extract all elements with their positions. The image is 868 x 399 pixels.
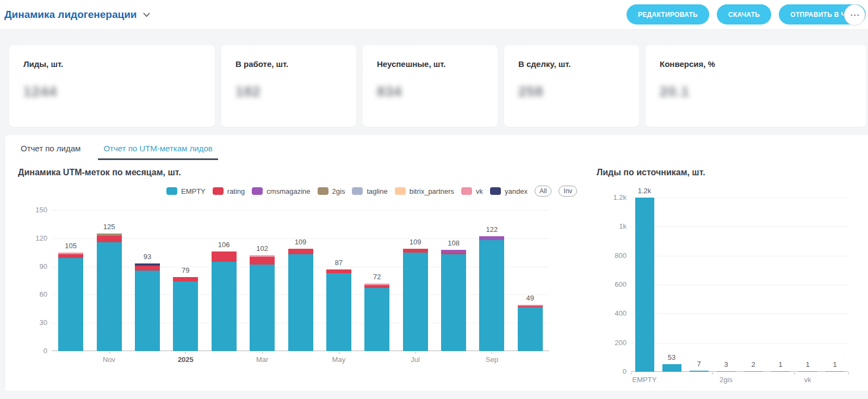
bar-segment-rating[interactable]: [518, 306, 543, 307]
tab-leads-report[interactable]: Отчет по лидам: [20, 144, 82, 153]
bar-segment-vk[interactable]: [250, 255, 275, 257]
axis-tick-mark: [416, 352, 416, 354]
kpi-card-conversion: Конверсия, % 20.1: [646, 45, 866, 127]
bar-segment-yandex[interactable]: [135, 263, 160, 265]
bar-segment-vk[interactable]: [518, 305, 543, 306]
legend-item-EMPTY[interactable]: EMPTY: [166, 187, 206, 195]
axis-tick-mark: [262, 352, 263, 354]
bar-segment-rating[interactable]: [212, 251, 237, 262]
legend-all-button[interactable]: All: [535, 186, 551, 197]
kpi-value-blurred: 20.1: [660, 83, 690, 100]
bar-value-label: 102: [246, 244, 278, 253]
kpi-label: Конверсия, %: [660, 59, 866, 69]
axis-tick-mark: [712, 372, 713, 375]
bar-segment-EMPTY[interactable]: [288, 254, 313, 351]
kpi-card-to-deal: В сделку, шт. 258: [504, 45, 639, 127]
bar[interactable]: [798, 371, 817, 372]
bar-segment-EMPTY[interactable]: [403, 253, 428, 351]
bar-segment-EMPTY[interactable]: [173, 281, 198, 351]
bar[interactable]: [717, 371, 736, 372]
more-button[interactable]: ⋯: [844, 4, 865, 26]
bar-segment-2gis[interactable]: [97, 234, 122, 235]
y-axis-label: 600: [598, 280, 627, 288]
bar-value-label: 72: [361, 273, 393, 281]
bar[interactable]: [744, 371, 763, 372]
bar[interactable]: [690, 371, 709, 372]
bar[interactable]: [635, 198, 654, 372]
x-axis-label: Nov: [83, 355, 135, 364]
leads-by-source-chart: 02004006008001k1.2k1.2k53732111EMPTY2gis…: [631, 198, 848, 372]
kpi-label: Лиды, шт.: [23, 59, 215, 69]
gridline: [631, 314, 848, 314]
gridline: [631, 343, 848, 343]
header-actions: РЕДАКТИРОВАТЬ СКАЧАТЬ ОТПРАВИТЬ В ЧАТ: [627, 4, 866, 24]
bar-segment-cmsmagazine[interactable]: [479, 236, 504, 240]
tab-utm-report[interactable]: Отчет по UTM-меткам лидов: [102, 144, 213, 153]
bar-segment-rating[interactable]: [58, 254, 83, 258]
x-axis-label: Mar: [236, 355, 288, 364]
kpi-label: В работе, шт.: [235, 59, 356, 69]
y-axis-label: 800: [598, 251, 627, 260]
bar-segment-EMPTY[interactable]: [364, 288, 389, 351]
x-axis-label: vk: [782, 376, 834, 384]
legend-label: tagline: [367, 187, 387, 195]
bar-segment-rating[interactable]: [288, 249, 313, 254]
edit-button[interactable]: РЕДАКТИРОВАТЬ: [627, 4, 709, 24]
bar-segment-EMPTY[interactable]: [479, 240, 504, 351]
bar-value-label: 125: [93, 223, 126, 231]
legend-item-cmsmagazine[interactable]: cmsmagazine: [252, 187, 310, 195]
x-axis-label: 2025: [159, 355, 212, 364]
bar-segment-EMPTY[interactable]: [250, 265, 275, 351]
bar-value-label: 49: [514, 294, 547, 302]
x-axis-label: 2gis: [700, 376, 752, 384]
legend-swatch: [166, 187, 177, 195]
bar-segment-rating[interactable]: [403, 249, 428, 253]
bar-value-label: 87: [323, 259, 355, 267]
legend-item-rating[interactable]: rating: [213, 187, 245, 195]
bar-value-label: 1: [819, 360, 851, 369]
bar-segment-rating[interactable]: [173, 277, 198, 282]
bar-segment-cmsmagazine[interactable]: [441, 250, 466, 253]
bar-value-label: 79: [169, 266, 202, 274]
legend-swatch: [395, 187, 406, 195]
axis-tick-mark: [339, 352, 339, 354]
legend-label: EMPTY: [181, 187, 206, 195]
tab-bar: Отчет по лидам Отчет по UTM-меткам лидов: [20, 144, 214, 153]
bar-value-label: 106: [208, 241, 240, 249]
bar-value-label: 109: [284, 238, 317, 246]
bar-segment-EMPTY[interactable]: [326, 273, 351, 351]
bar[interactable]: [662, 364, 681, 372]
bar-segment-vk[interactable]: [58, 253, 83, 254]
bar-segment-rating[interactable]: [326, 269, 351, 273]
legend-item-tagline[interactable]: tagline: [352, 187, 387, 195]
bar-segment-EMPTY[interactable]: [518, 307, 543, 351]
bar-segment-rating[interactable]: [135, 266, 160, 271]
kpi-card-leads: Лиды, шт. 1244: [9, 45, 215, 127]
y-axis-label: 150: [17, 206, 47, 214]
legend-item-bitrix_partners[interactable]: bitrix_partners: [395, 187, 454, 195]
download-button[interactable]: СКАЧАТЬ: [717, 4, 771, 24]
bar-segment-EMPTY[interactable]: [441, 254, 466, 351]
legend-item-yandex[interactable]: yandex: [490, 187, 528, 195]
bar-segment-rating[interactable]: [441, 253, 466, 254]
report-title-dropdown[interactable]: Динамика лидогенерации: [4, 0, 150, 29]
legend-item-2gis[interactable]: 2gis: [318, 187, 345, 195]
bar-value-label: 122: [475, 225, 508, 234]
bar-segment-EMPTY[interactable]: [58, 258, 83, 351]
axis-tick-mark: [109, 352, 110, 354]
bar[interactable]: [771, 371, 790, 372]
bar-segment-rating[interactable]: [250, 257, 275, 265]
bar[interactable]: [826, 371, 845, 372]
utm-chart-title: Динамика UTM-меток по месяцам, шт.: [18, 168, 181, 177]
legend-inv-button[interactable]: Inv: [559, 186, 577, 197]
bar-value-label: 1.2k: [628, 187, 661, 195]
bar-segment-EMPTY[interactable]: [97, 242, 122, 351]
bar-segment-vk[interactable]: [364, 284, 389, 285]
bar-value-label: 93: [131, 253, 164, 261]
legend-item-vk[interactable]: vk: [461, 187, 483, 195]
bar-segment-rating[interactable]: [97, 236, 122, 242]
axis-tick-mark: [794, 372, 795, 375]
bar-segment-EMPTY[interactable]: [212, 262, 237, 351]
bar-segment-rating[interactable]: [364, 285, 389, 288]
bar-segment-EMPTY[interactable]: [135, 271, 160, 351]
